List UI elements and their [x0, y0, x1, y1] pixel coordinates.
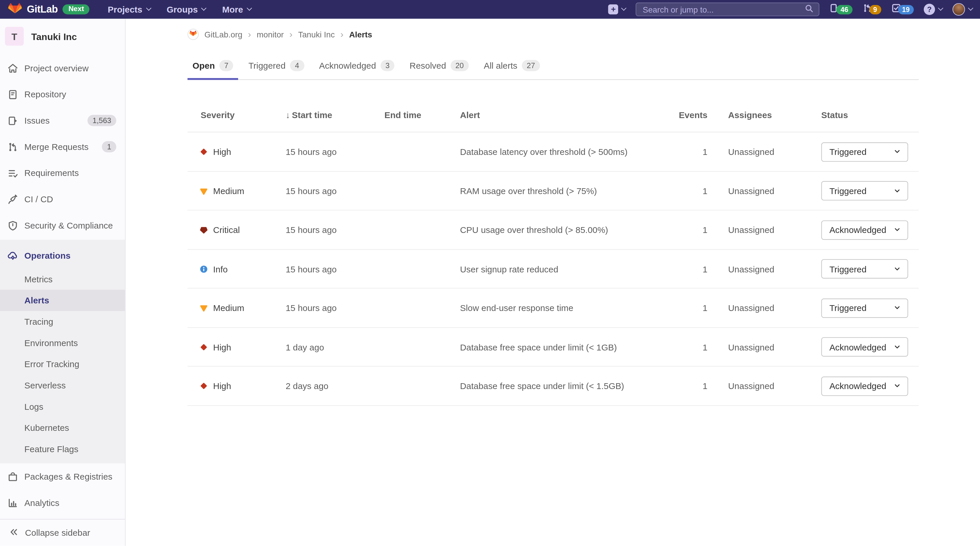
- status-dropdown[interactable]: Triggered: [821, 298, 908, 317]
- help-menu-button[interactable]: ?: [924, 4, 943, 15]
- alert-row[interactable]: High1 day agoDatabase free space under l…: [188, 328, 919, 367]
- chevron-down-icon: [247, 6, 252, 11]
- sidebar-item-issues[interactable]: Issues1,563: [0, 107, 125, 133]
- count-badge: 1,563: [88, 115, 116, 126]
- user-avatar: [953, 3, 965, 16]
- status-value: Triggered: [829, 186, 867, 196]
- sidebar-subitem-environments[interactable]: Environments: [0, 332, 125, 354]
- issues-counter-button[interactable]: 46: [830, 3, 852, 16]
- alert-title-cell: Database free space under limit (< 1.5GB…: [452, 381, 675, 391]
- status-cell: Triggered: [813, 298, 918, 317]
- status-dropdown[interactable]: Triggered: [821, 259, 908, 279]
- sidebar-item-analytics[interactable]: Analytics: [0, 490, 125, 516]
- column-header-severity[interactable]: Severity: [188, 110, 278, 120]
- column-header-assignees[interactable]: Assignees: [712, 110, 813, 120]
- alerts-table-header: Severity ↓Start time End time Alert Even…: [188, 98, 919, 133]
- breadcrumb-item-tanuki-inc[interactable]: Tanuki Inc: [298, 30, 335, 39]
- status-dropdown[interactable]: Acknowledged: [821, 220, 908, 240]
- sidebar-project-link[interactable]: T Tanuki Inc: [5, 26, 120, 46]
- alert-row[interactable]: Info15 hours agoUser signup rate reduced…: [188, 250, 919, 289]
- tab-label: Acknowledged: [319, 61, 376, 71]
- gitlab-logo-link[interactable]: GitLab Next: [8, 3, 90, 16]
- nav-menu-label: Projects: [108, 5, 142, 14]
- alert-row[interactable]: Medium15 hours agoRAM usage over thresho…: [188, 171, 919, 211]
- severity-label: Medium: [213, 186, 244, 196]
- assignees-cell: Unassigned: [712, 303, 813, 313]
- sidebar-item-operations[interactable]: Operations: [0, 242, 125, 268]
- sidebar-item-project-overview[interactable]: Project overview: [0, 55, 125, 81]
- sidebar-item-repository[interactable]: Repository: [0, 81, 125, 108]
- nav-menu-more[interactable]: More: [214, 0, 259, 19]
- new-menu-button[interactable]: +: [608, 5, 626, 14]
- status-dropdown[interactable]: Triggered: [821, 181, 908, 200]
- status-dropdown[interactable]: Acknowledged: [821, 337, 908, 357]
- sidebar-subitem-tracing[interactable]: Tracing: [0, 311, 125, 332]
- column-header-events[interactable]: Events: [674, 110, 712, 120]
- user-menu-button[interactable]: [953, 3, 972, 16]
- alert-row[interactable]: High15 hours agoDatabase latency over th…: [188, 133, 919, 172]
- status-dropdown[interactable]: Triggered: [821, 142, 908, 161]
- chevron-right-icon: ›: [340, 29, 344, 38]
- column-header-start-time[interactable]: ↓Start time: [278, 110, 377, 120]
- sidebar-subitem-alerts[interactable]: Alerts: [0, 290, 125, 311]
- sidebar-subitem-logs[interactable]: Logs: [0, 396, 125, 417]
- merge-requests-counter-button[interactable]: 9: [862, 3, 881, 16]
- tab-open[interactable]: Open7: [188, 52, 239, 80]
- sidebar-item-label: Requirements: [24, 168, 79, 178]
- sidebar-nav: Project overviewRepositoryIssues1,563Mer…: [0, 55, 125, 516]
- search-input[interactable]: Search or jump to...: [636, 3, 820, 16]
- status-dropdown[interactable]: Acknowledged: [821, 376, 908, 396]
- sidebar-item-requirements[interactable]: Requirements: [0, 160, 125, 186]
- sidebar-item-merge-requests[interactable]: Merge Requests1: [0, 133, 125, 160]
- chevron-down-icon: [621, 6, 627, 11]
- alert-title-cell: CPU usage over threshold (> 85.00%): [452, 225, 675, 235]
- column-header-status[interactable]: Status: [813, 110, 918, 120]
- gitlab-app: GitLab Next ProjectsGroupsMore + Search …: [0, 0, 980, 546]
- severity-cell: High: [188, 342, 278, 352]
- count-badge: 1: [102, 141, 116, 152]
- sidebar-item-security-compliance[interactable]: Security & Compliance: [0, 212, 125, 238]
- tab-triggered[interactable]: Triggered4: [243, 52, 309, 80]
- home-icon: [8, 63, 18, 73]
- breadcrumb-item-monitor[interactable]: monitor: [256, 30, 284, 39]
- sidebar-subitem-error-tracking[interactable]: Error Tracking: [0, 353, 125, 375]
- project-sidebar: T Tanuki Inc Project overviewRepositoryI…: [0, 19, 126, 546]
- merge-request-icon: [8, 141, 18, 152]
- package-icon: [8, 471, 18, 482]
- assignees-cell: Unassigned: [712, 342, 813, 352]
- sidebar-subitem-metrics[interactable]: Metrics: [0, 268, 125, 290]
- sidebar-subitem-serverless[interactable]: Serverless: [0, 375, 125, 396]
- nav-menu-projects[interactable]: Projects: [100, 0, 159, 19]
- start-time-cell: 15 hours ago: [278, 225, 377, 235]
- todos-counter-button[interactable]: 19: [891, 3, 913, 16]
- severity-label: High: [213, 381, 231, 391]
- status-value: Acknowledged: [829, 342, 886, 352]
- collapse-sidebar-button[interactable]: Collapse sidebar: [0, 519, 125, 546]
- status-cell: Triggered: [813, 181, 918, 200]
- tab-acknowledged[interactable]: Acknowledged3: [314, 52, 399, 80]
- severity-label: Info: [213, 264, 228, 274]
- severity-medium-icon: [199, 186, 208, 195]
- todos-count-badge: 19: [898, 5, 914, 14]
- gitlab-org-avatar-icon: [188, 29, 199, 40]
- start-time-cell: 15 hours ago: [278, 303, 377, 313]
- alert-row[interactable]: Medium15 hours agoSlow end-user response…: [188, 289, 919, 328]
- sidebar-item-label: Merge Requests: [24, 142, 88, 152]
- alert-row[interactable]: Critical15 hours agoCPU usage over thres…: [188, 211, 919, 250]
- sidebar-item-ci-cd[interactable]: CI / CD: [0, 186, 125, 213]
- column-header-alert[interactable]: Alert: [452, 110, 675, 120]
- sidebar-item-packages-registries[interactable]: Packages & Registries: [0, 463, 125, 490]
- gitlab-wordmark: GitLab: [27, 4, 58, 15]
- sidebar-subitem-kubernetes[interactable]: Kubernetes: [0, 417, 125, 438]
- project-avatar: T: [5, 27, 24, 46]
- sidebar-subitem-feature-flags[interactable]: Feature Flags: [0, 438, 125, 460]
- tab-resolved[interactable]: Resolved20: [404, 52, 474, 80]
- alert-row[interactable]: High2 days agoDatabase free space under …: [188, 367, 919, 406]
- breadcrumb-item-gitlab-org[interactable]: GitLab.org: [204, 30, 242, 39]
- column-header-end-time[interactable]: End time: [376, 110, 452, 120]
- alert-title-cell: RAM usage over threshold (> 75%): [452, 186, 675, 196]
- nav-menu-groups[interactable]: Groups: [159, 0, 214, 19]
- search-icon: [805, 3, 814, 16]
- events-cell: 1: [674, 264, 712, 274]
- tab-all-alerts[interactable]: All alerts27: [479, 52, 545, 80]
